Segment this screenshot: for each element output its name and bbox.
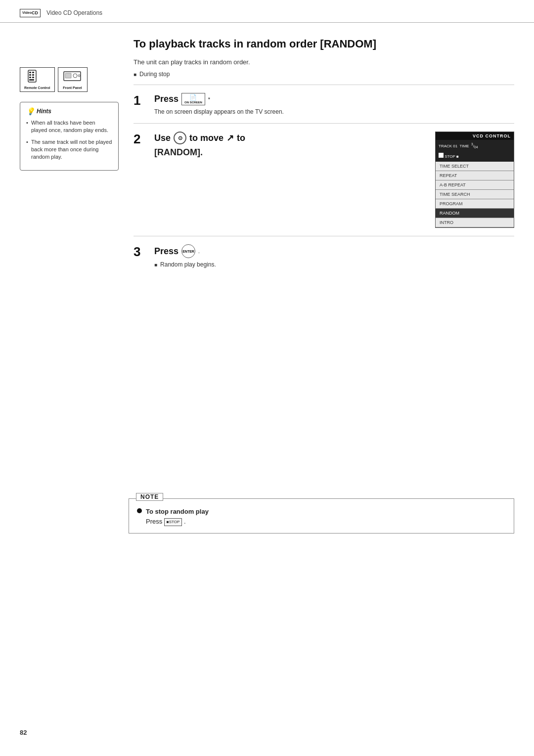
hints-box: 💡 Hints When all tracks have been played… [20, 102, 119, 171]
svg-rect-4 [32, 74, 34, 76]
step-1-row: 1 Press 📄 ON SCREEN * The on screen disp… [134, 85, 514, 123]
vcd-panel-header: VCD CONTROL [436, 132, 514, 140]
stop-icon-row: STOP ■ [439, 153, 478, 160]
step-3-press-text: Press [154, 246, 178, 257]
left-col: Remote Control Front Panel [20, 38, 129, 474]
step-3-row: 3 Press ENTER . Random play begins. [134, 236, 514, 276]
track-info: TRACK 01 TIME 3/04 STOP ■ [439, 142, 478, 160]
step-3-content: Press ENTER . Random play begins. [154, 244, 514, 268]
step-2-to-text: to [237, 133, 245, 143]
front-panel-box: Front Panel [58, 67, 88, 92]
vcd-menu-time-search[interactable]: TIME SEARCH [436, 190, 514, 199]
front-panel-label: Front Panel [63, 86, 82, 89]
onscreen-btn-label: ON SCREEN [184, 101, 202, 104]
note-content: To stop random play Press ■STOP . [129, 499, 514, 533]
svg-rect-2 [32, 72, 34, 73]
cursor-arrow-icon: ↗ [226, 133, 234, 143]
hints-list: When all tracks have been played once, r… [26, 119, 112, 161]
hint-item-1: When all tracks have been played once, r… [26, 119, 112, 134]
page-title: To playback tracks in random order [RAND… [134, 38, 514, 50]
step-2-content: Use ⊙ to move ↗ to [RANDOM]. [154, 132, 514, 228]
vcd-menu-time-select[interactable]: TIME SELECT [436, 162, 514, 171]
hints-title: 💡 Hints [26, 107, 112, 115]
header-subtitle: Video CD Operations [46, 9, 102, 16]
step-1-note: The on screen display appears on the TV … [154, 108, 514, 115]
svg-rect-3 [29, 74, 31, 76]
vcd-panel-info: TRACK 01 TIME 3/04 STOP ■ [436, 140, 514, 162]
intro-text: The unit can play tracks in random order… [134, 58, 514, 66]
page-number: 82 [20, 729, 27, 736]
device-icons: Remote Control Front Panel [20, 67, 119, 92]
document-icon: 📄 [189, 94, 197, 100]
note-period: . [184, 518, 186, 525]
vcd-menu-ab-repeat[interactable]: A-B REPEAT [436, 180, 514, 190]
step-2-text: Use ⊙ to move ↗ to [RANDOM]. [154, 132, 425, 158]
step-1-number: 1 [134, 94, 148, 107]
hints-title-text: Hints [37, 108, 51, 115]
period: . [198, 249, 200, 254]
step-2-tomove-text: to move [189, 133, 223, 143]
remote-label: Remote Control [24, 86, 50, 89]
step-2-instruction: Use ⊙ to move ↗ to [154, 132, 425, 144]
vcd-panel: VCD CONTROL TRACK 01 TIME 3/04 STOP ■ [435, 132, 514, 228]
step-1-content: Press 📄 ON SCREEN * The on screen displa… [154, 93, 514, 115]
step-1-press-text: Press [154, 94, 178, 104]
svg-rect-9 [65, 73, 71, 78]
track-line: TRACK 01 TIME 3/04 [439, 142, 478, 150]
asterisk: * [208, 96, 210, 102]
jog-dial-icon: ⊙ [174, 132, 186, 144]
note-item-text: To stop random play Press ■STOP . [146, 507, 209, 526]
stop-square-icon [439, 153, 444, 158]
hint-item-2: The same track will not be played back m… [26, 138, 112, 161]
vcd-menu-intro[interactable]: INTRO [436, 218, 514, 227]
front-panel-icon [63, 70, 82, 85]
stop-button-note-icon: ■STOP [164, 518, 182, 526]
step-2-number: 2 [134, 133, 148, 145]
step-2-row: 2 Use ⊙ to move ↗ to [134, 123, 514, 236]
badge-cd-text: CD [32, 10, 38, 16]
stop-btn-label: ■STOP [167, 519, 179, 525]
badge-video-text: Video [22, 11, 32, 15]
vcd-menu-program[interactable]: PROGRAM [436, 199, 514, 209]
step-3-instruction: Press ENTER . [154, 244, 514, 258]
result-text: Random play begins. [154, 261, 514, 268]
svg-rect-6 [32, 77, 34, 78]
step-2-random-label: [RANDOM]. [154, 147, 425, 158]
note-bold-text: To stop random play [146, 508, 209, 515]
main-content: Remote Control Front Panel [0, 23, 534, 489]
step-1-instruction: Press 📄 ON SCREEN * [154, 93, 514, 105]
svg-rect-5 [29, 77, 31, 78]
note-box: NOTE To stop random play Press ■STOP . [129, 498, 514, 534]
note-bullet-icon [137, 508, 142, 513]
page-container: Video CD Video CD Operations [0, 0, 534, 756]
vcd-menu-repeat[interactable]: REPEAT [436, 171, 514, 180]
note-label: NOTE [136, 493, 163, 501]
svg-rect-1 [29, 72, 31, 73]
svg-rect-7 [29, 79, 34, 81]
note-press-text: Press [146, 518, 162, 525]
header: Video CD Video CD Operations [0, 0, 534, 23]
step-2-body: Use ⊙ to move ↗ to [RANDOM]. [154, 132, 514, 228]
vcd-menu-random[interactable]: RANDOM [436, 209, 514, 218]
note-item-1: To stop random play Press ■STOP . [137, 507, 506, 526]
remote-control-box: Remote Control [20, 67, 55, 92]
spacer [134, 276, 514, 474]
step-3-number: 3 [134, 245, 148, 258]
condition-label: During stop [134, 71, 514, 78]
right-col: To playback tracks in random order [RAND… [129, 38, 514, 474]
hints-icon: 💡 [26, 107, 35, 115]
remote-icon [28, 70, 46, 85]
video-cd-badge: Video CD [20, 9, 41, 17]
step-2-use-text: Use [154, 133, 171, 143]
onscreen-button-icon: 📄 ON SCREEN [181, 93, 205, 105]
svg-point-10 [73, 74, 77, 78]
enter-button-icon: ENTER [181, 244, 195, 258]
svg-point-11 [78, 75, 80, 77]
stop-text: STOP ■ [445, 154, 459, 159]
